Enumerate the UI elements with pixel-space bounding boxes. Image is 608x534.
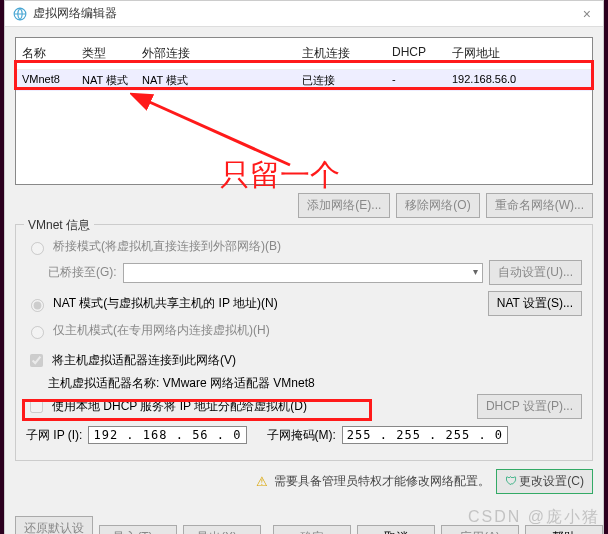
- watermark: CSDN @庞小猪: [468, 507, 600, 528]
- cell-host: 已连接: [296, 70, 386, 91]
- subnet-ip-row: 子网 IP (I): 192 . 168 . 56 . 0 子网掩码(M): 2…: [26, 426, 582, 444]
- subnet-ip-label: 子网 IP (I):: [26, 427, 82, 444]
- restore-defaults-button[interactable]: 还原默认设置(R): [15, 516, 93, 534]
- warning-icon: ⚠: [256, 474, 268, 489]
- use-dhcp-label: 使用本地 DHCP 服务将 IP 地址分配给虚拟机(D): [52, 398, 307, 415]
- cancel-button[interactable]: 取消: [357, 525, 435, 535]
- window-title: 虚拟网络编辑器: [33, 5, 579, 22]
- change-settings-button[interactable]: 🛡更改设置(C): [496, 469, 593, 494]
- import-button[interactable]: 导入(T)...: [99, 525, 177, 535]
- use-dhcp-row: 使用本地 DHCP 服务将 IP 地址分配给虚拟机(D) DHCP 设置(P).…: [26, 397, 582, 416]
- group-title: VMnet 信息: [24, 217, 94, 234]
- col-type: 类型: [76, 42, 136, 65]
- bridge-to-row: 已桥接至(G): 自动设置(U)...: [48, 260, 582, 285]
- remove-network-button[interactable]: 移除网络(O): [396, 193, 479, 218]
- warning-text: 需要具备管理员特权才能修改网络配置。: [274, 473, 490, 490]
- titlebar: 虚拟网络编辑器 ×: [5, 1, 603, 27]
- col-host: 主机连接: [296, 42, 386, 65]
- rename-network-button[interactable]: 重命名网络(W)...: [486, 193, 593, 218]
- network-table[interactable]: 名称 类型 外部连接 主机连接 DHCP 子网地址 VMnet8 NAT 模式 …: [15, 37, 593, 185]
- connect-host-label: 将主机虚拟适配器连接到此网络(V): [52, 352, 236, 369]
- bridge-radio-row: 桥接模式(将虚拟机直接连接到外部网络)(B): [26, 238, 582, 255]
- cell-subnet: 192.168.56.0: [446, 70, 592, 91]
- shield-icon: 🛡: [505, 474, 517, 488]
- adapter-name-label: 主机虚拟适配器名称: VMware 网络适配器 VMnet8: [48, 375, 315, 392]
- col-subnet: 子网地址: [446, 42, 592, 65]
- subnet-mask-input[interactable]: 255 . 255 . 255 . 0: [342, 426, 508, 444]
- bridge-label: 桥接模式(将虚拟机直接连接到外部网络)(B): [53, 238, 281, 255]
- hostonly-label: 仅主机模式(在专用网络内连接虚拟机)(H): [53, 322, 270, 339]
- nat-radio[interactable]: [31, 299, 44, 312]
- auto-settings-button[interactable]: 自动设置(U)...: [489, 260, 582, 285]
- dhcp-settings-button[interactable]: DHCP 设置(P)...: [477, 394, 582, 419]
- cell-dhcp: -: [386, 70, 446, 91]
- close-icon[interactable]: ×: [579, 6, 595, 22]
- vm-network-editor-window: 虚拟网络编辑器 × 名称 类型 外部连接 主机连接 DHCP 子网地址 VMne…: [4, 0, 604, 534]
- vmnet-info-group: VMnet 信息 桥接模式(将虚拟机直接连接到外部网络)(B) 已桥接至(G):…: [15, 224, 593, 461]
- connect-host-checkbox[interactable]: [30, 354, 43, 367]
- add-network-button[interactable]: 添加网络(E)...: [298, 193, 390, 218]
- use-dhcp-checkbox[interactable]: [30, 400, 43, 413]
- export-button[interactable]: 导出(X)...: [183, 525, 261, 535]
- bridge-radio[interactable]: [31, 242, 44, 255]
- nat-settings-button[interactable]: NAT 设置(S)...: [488, 291, 582, 316]
- col-ext: 外部连接: [136, 42, 296, 65]
- bridge-to-select[interactable]: [123, 263, 484, 283]
- content-area: 名称 类型 外部连接 主机连接 DHCP 子网地址 VMnet8 NAT 模式 …: [5, 27, 603, 510]
- hostonly-radio-row: 仅主机模式(在专用网络内连接虚拟机)(H): [26, 322, 582, 339]
- cell-ext: NAT 模式: [136, 70, 296, 91]
- subnet-ip-input[interactable]: 192 . 168 . 56 . 0: [88, 426, 246, 444]
- change-settings-label: 更改设置(C): [519, 474, 584, 488]
- ok-button[interactable]: 确定: [273, 525, 351, 535]
- col-dhcp: DHCP: [386, 42, 446, 65]
- cell-type: NAT 模式: [76, 70, 136, 91]
- connect-host-row: 将主机虚拟适配器连接到此网络(V): [26, 351, 582, 370]
- col-name: 名称: [16, 42, 76, 65]
- admin-warning-row: ⚠ 需要具备管理员特权才能修改网络配置。 🛡更改设置(C): [15, 469, 593, 494]
- nat-radio-row: NAT 模式(与虚拟机共享主机的 IP 地址)(N) NAT 设置(S)...: [26, 295, 582, 312]
- adapter-name-row: 主机虚拟适配器名称: VMware 网络适配器 VMnet8: [48, 375, 582, 392]
- table-row[interactable]: VMnet8 NAT 模式 NAT 模式 已连接 - 192.168.56.0: [16, 70, 592, 91]
- bridge-to-label: 已桥接至(G):: [48, 264, 117, 281]
- network-buttons: 添加网络(E)... 移除网络(O) 重命名网络(W)...: [15, 193, 593, 218]
- table-header: 名称 类型 外部连接 主机连接 DHCP 子网地址: [16, 38, 592, 70]
- app-icon: [13, 7, 27, 21]
- cell-name: VMnet8: [16, 70, 76, 91]
- hostonly-radio[interactable]: [31, 326, 44, 339]
- nat-label: NAT 模式(与虚拟机共享主机的 IP 地址)(N): [53, 295, 278, 312]
- subnet-mask-label: 子网掩码(M):: [267, 427, 336, 444]
